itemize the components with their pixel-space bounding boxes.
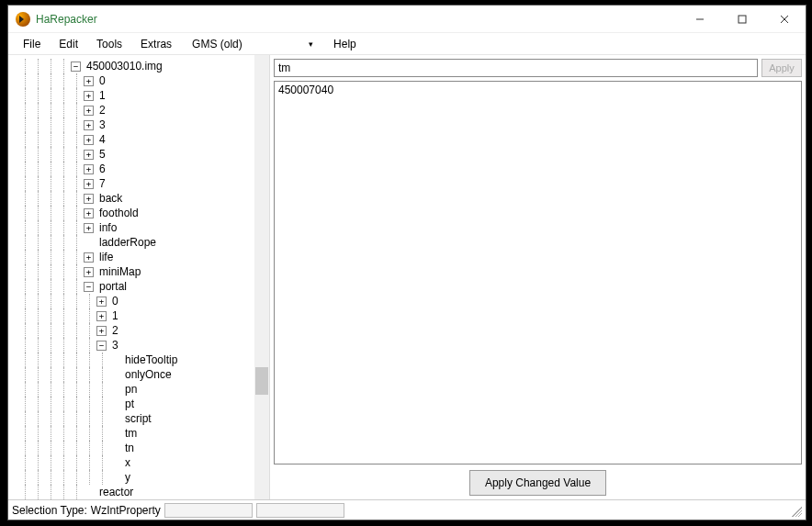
menu-file[interactable]: File [14, 35, 50, 53]
selection-type-value: WzIntProperty [91, 504, 161, 517]
expand-icon[interactable]: + [84, 76, 94, 86]
app-title: HaRepacker [36, 13, 97, 26]
property-value-input[interactable]: 450007040 [274, 81, 802, 464]
tree-leaf[interactable]: y [19, 470, 269, 485]
expand-icon[interactable]: + [84, 106, 94, 116]
window-controls [679, 6, 806, 33]
tree-node[interactable]: +2 [19, 103, 269, 118]
collapse-icon[interactable]: − [71, 62, 81, 72]
tree-leaf[interactable]: tn [19, 441, 269, 455]
expand-icon[interactable]: + [84, 150, 94, 160]
tree-node[interactable]: +2 [19, 323, 269, 338]
titlebar: HaRepacker [8, 6, 806, 33]
expand-icon[interactable]: + [84, 267, 94, 277]
apply-name-button[interactable]: Apply [761, 59, 802, 77]
tree-node[interactable]: +miniMap [19, 264, 269, 279]
menu-help[interactable]: Help [324, 35, 366, 53]
tree-node-portal[interactable]: −portal [19, 279, 269, 294]
tree-node[interactable]: reactor [19, 485, 269, 499]
chevron-down-icon: ▾ [309, 39, 313, 49]
expand-icon[interactable]: + [84, 179, 94, 189]
tree-node[interactable]: +info [19, 220, 269, 235]
expand-icon[interactable]: + [84, 194, 94, 204]
collapse-icon[interactable]: − [84, 282, 94, 292]
apply-changed-value-button[interactable]: Apply Changed Value [469, 470, 606, 496]
menubar: File Edit Tools Extras GMS (old) ▾ Help [8, 33, 806, 55]
tree-leaf[interactable]: script [19, 411, 269, 426]
tree-leaf[interactable]: pn [19, 382, 269, 397]
tree-node[interactable]: +6 [19, 162, 269, 176]
scroll-thumb[interactable] [255, 367, 268, 395]
menu-edit[interactable]: Edit [50, 35, 87, 53]
tree-leaf-tm[interactable]: tm [19, 426, 269, 441]
tree-node[interactable]: +foothold [19, 206, 269, 220]
expand-icon[interactable]: + [84, 252, 94, 263]
tree-node[interactable]: +life [19, 250, 269, 264]
tree-pane: − 450003010.img +0 +1 +2 +3 +4 +5 +6 +7 … [8, 55, 270, 499]
tree-node[interactable]: +5 [19, 147, 269, 162]
version-text: GMS (old) [192, 38, 242, 50]
expand-icon[interactable]: + [84, 91, 94, 101]
tree-leaf[interactable]: x [19, 455, 269, 470]
resize-grip-icon[interactable] [789, 504, 802, 517]
property-name-input[interactable]: tm [274, 59, 758, 77]
tree-node[interactable]: +4 [19, 132, 269, 147]
status-pane-2 [256, 503, 344, 518]
expand-icon[interactable]: + [96, 297, 107, 307]
tree-node[interactable]: +1 [19, 88, 269, 103]
tree-node[interactable]: ladderRope [19, 235, 269, 250]
tree-leaf[interactable]: onlyOnce [19, 367, 269, 382]
tree-node[interactable]: +back [19, 191, 269, 206]
content: − 450003010.img +0 +1 +2 +3 +4 +5 +6 +7 … [8, 55, 806, 499]
selection-type-label: Selection Type: [12, 504, 87, 517]
tree-scrollbar[interactable] [254, 55, 269, 499]
menu-extras[interactable]: Extras [131, 35, 181, 53]
expand-icon[interactable]: + [84, 208, 94, 218]
tree-node[interactable]: +7 [19, 176, 269, 191]
status-pane-1 [164, 503, 253, 518]
statusbar: Selection Type: WzIntProperty [8, 499, 806, 520]
tree-node[interactable]: +0 [19, 73, 269, 88]
tree-node-portal-3[interactable]: −3 [19, 338, 269, 353]
maximize-button[interactable] [721, 6, 763, 33]
tree-node[interactable]: +0 [19, 294, 269, 308]
expand-icon[interactable]: + [96, 326, 107, 336]
menu-tools[interactable]: Tools [87, 35, 131, 53]
svg-rect-1 [739, 16, 746, 23]
tree-leaf[interactable]: hideTooltip [19, 353, 269, 367]
app-icon [16, 12, 30, 27]
tree-leaf[interactable]: pt [19, 397, 269, 411]
tree-node-root[interactable]: − 450003010.img [19, 59, 269, 73]
tree-node[interactable]: +3 [19, 118, 269, 132]
expand-icon[interactable]: + [84, 120, 94, 130]
expand-icon[interactable]: + [84, 164, 94, 174]
version-select[interactable]: GMS (old) ▾ [188, 36, 317, 52]
tree-node[interactable]: +1 [19, 308, 269, 323]
app-window: HaRepacker File Edit Tools Extras GMS (o… [7, 5, 806, 520]
collapse-icon[interactable]: − [96, 341, 107, 351]
expand-icon[interactable]: + [84, 135, 94, 145]
expand-icon[interactable]: + [84, 223, 94, 233]
expand-icon[interactable]: + [96, 311, 107, 321]
editor-pane: tm Apply 450007040 Apply Changed Value [270, 55, 806, 499]
close-button[interactable] [763, 6, 806, 33]
minimize-button[interactable] [679, 6, 721, 33]
tree[interactable]: − 450003010.img +0 +1 +2 +3 +4 +5 +6 +7 … [8, 55, 269, 499]
